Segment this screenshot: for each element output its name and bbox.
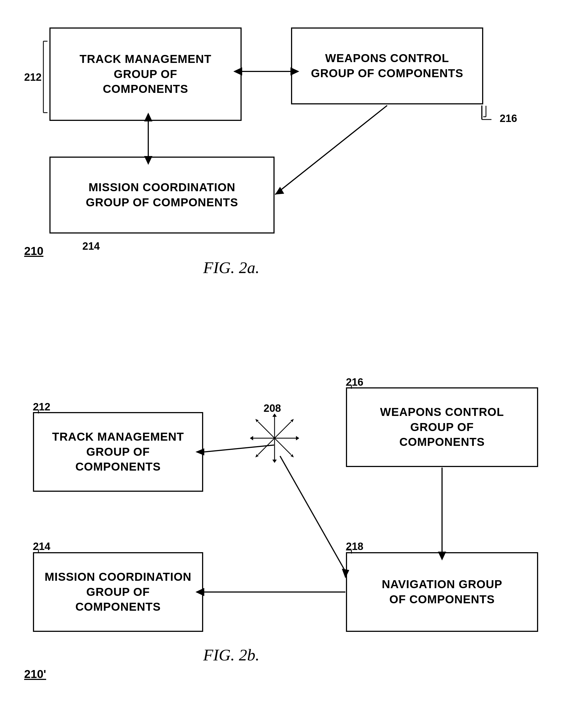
mission-coord-label-2b: MISSION COORDINATIONGROUP OFCOMPONENTS	[45, 569, 192, 615]
mission-coord-box-2b: MISSION COORDINATIONGROUP OFCOMPONENTS	[33, 552, 203, 632]
navigation-label-2b: NAVIGATION GROUPOF COMPONENTS	[382, 577, 502, 607]
bracket-216-2a	[483, 103, 505, 121]
fig-2a-caption: FIG. 2a.	[203, 258, 259, 277]
svg-marker-10	[275, 187, 284, 195]
weapons-control-box-2a: WEAPONS CONTROLGROUP OF COMPONENTS	[291, 27, 483, 105]
compass-208	[250, 413, 299, 464]
track-management-label-2b: TRACK MANAGEMENTGROUP OFCOMPONENTS	[52, 429, 184, 474]
weapons-control-box-2b: WEAPONS CONTROLGROUP OFCOMPONENTS	[346, 387, 538, 467]
track-management-label-2a: TRACK MANAGEMENTGROUP OFCOMPONENTS	[79, 52, 211, 97]
label-212-text: 212	[24, 71, 42, 83]
fig-2b-caption: FIG. 2b.	[203, 645, 259, 664]
svg-marker-22	[296, 436, 299, 440]
svg-marker-20	[272, 460, 277, 463]
track-management-box-2a: TRACK MANAGEMENTGROUP OFCOMPONENTS	[49, 27, 242, 121]
svg-marker-21	[250, 436, 253, 440]
mission-coord-box-2a: MISSION COORDINATIONGROUP OF COMPONENTS	[49, 157, 275, 233]
weapons-control-label-2b: WEAPONS CONTROLGROUP OFCOMPONENTS	[380, 405, 504, 450]
label-214-2a: 214	[83, 241, 100, 252]
svg-marker-19	[272, 413, 277, 417]
compass-svg	[250, 413, 299, 463]
navigation-box-2b: NAVIGATION GROUPOF COMPONENTS	[346, 552, 538, 632]
figure-2b: TRACK MANAGEMENTGROUP OFCOMPONENTS WEAPO…	[17, 371, 579, 714]
figure-2a: TRACK MANAGEMENTGROUP OFCOMPONENTS WEAPO…	[17, 11, 579, 327]
label-212-bracket: 212	[24, 39, 52, 116]
bracket-216-svg	[483, 103, 505, 119]
weapons-control-label-2a: WEAPONS CONTROLGROUP OF COMPONENTS	[311, 51, 464, 81]
mission-coord-label-2a: MISSION COORDINATIONGROUP OF COMPONENTS	[86, 180, 238, 210]
svg-line-9	[275, 106, 387, 195]
page: TRACK MANAGEMENTGROUP OFCOMPONENTS WEAPO…	[0, 0, 587, 728]
track-management-box-2b: TRACK MANAGEMENTGROUP OFCOMPONENTS	[33, 412, 203, 492]
svg-line-33	[280, 456, 345, 571]
